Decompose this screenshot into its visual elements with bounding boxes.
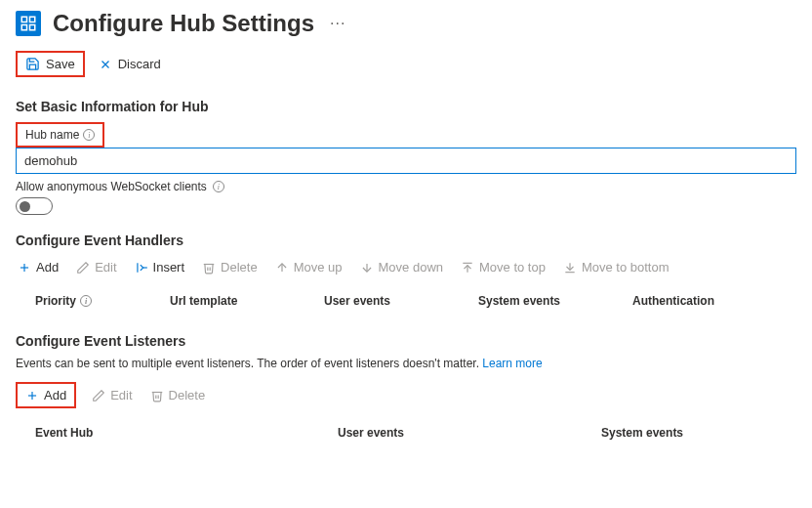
svg-rect-3 [30,25,35,30]
move-top-label: Move to top [479,260,546,275]
save-icon [25,57,40,71]
move-bottom-button: Move to bottom [561,258,671,276]
listeners-delete-button: Delete [148,386,208,404]
col-system: System events [478,294,625,308]
pencil-icon [92,389,105,402]
insert-button[interactable]: Insert [133,258,187,276]
svg-rect-0 [21,17,26,21]
listeners-table-header: Event Hub User events System events [16,420,796,449]
add-label: Add [36,260,59,275]
handlers-heading: Configure Event Handlers [16,233,796,248]
listeners-desc-text: Events can be sent to multiple event lis… [16,357,479,370]
insert-label: Insert [153,260,185,275]
hub-name-label: Hub name [25,128,79,142]
listeners-add-label: Add [44,388,66,402]
move-bottom-label: Move to bottom [582,260,670,275]
edit-label: Edit [95,260,116,275]
trash-icon [150,389,164,402]
listeners-delete-label: Delete [169,388,206,402]
delete-button: Delete [200,258,260,276]
discard-button[interactable]: Discard [93,53,167,75]
move-top-button: Move to top [459,258,548,276]
learn-more-link[interactable]: Learn more [482,357,542,370]
arrow-down-icon [360,261,374,275]
move-down-button: Move down [358,258,445,276]
arrow-top-icon [461,261,474,275]
add-button[interactable]: Add [16,258,61,276]
col-url: Url template [170,294,316,308]
plus-icon [25,389,39,402]
arrow-up-icon [275,261,289,275]
svg-rect-1 [30,17,35,21]
top-action-bar: Save Discard [16,51,796,77]
move-up-label: Move up [294,260,343,275]
discard-label: Discard [118,57,161,71]
handlers-toolbar: Add Edit Insert Delete Move up Move down… [16,258,796,276]
listeners-edit-button: Edit [90,386,134,404]
hub-name-input[interactable] [16,148,796,174]
basic-heading: Set Basic Information for Hub [16,99,796,114]
hub-name-label-box: Hub name i [16,122,104,148]
insert-icon [135,261,148,275]
listeners-toolbar: Add Edit Delete [16,382,796,408]
edit-button: Edit [74,258,118,276]
listeners-add-button[interactable]: Add [16,382,76,408]
anon-label: Allow anonymous WebSocket clients [16,180,207,193]
info-icon[interactable]: i [80,295,92,307]
move-up-button: Move up [273,258,345,276]
save-button[interactable]: Save [16,51,85,77]
col-priority: Priority [35,294,76,308]
col-user-events: User events [338,426,601,440]
col-auth: Authentication [632,294,750,308]
page-title: Configure Hub Settings [53,10,314,37]
col-system-events: System events [601,426,757,440]
pencil-icon [76,261,90,275]
more-icon[interactable]: ··· [326,15,345,32]
trash-icon [202,261,216,275]
plus-icon [18,261,31,275]
info-icon[interactable]: i [213,181,224,192]
move-down-label: Move down [379,260,443,275]
page-header: Configure Hub Settings ··· [16,10,796,37]
arrow-bottom-icon [563,261,577,275]
svg-rect-2 [21,25,26,30]
app-icon [16,11,41,36]
save-label: Save [46,57,75,71]
listeners-edit-label: Edit [110,388,132,402]
delete-label: Delete [221,260,258,275]
col-event-hub: Event Hub [16,426,338,440]
anon-toggle[interactable] [16,197,53,215]
handlers-table-header: Priority i Url template User events Syst… [16,288,796,318]
anon-label-row: Allow anonymous WebSocket clients i [16,180,796,193]
info-icon[interactable]: i [83,129,95,141]
col-user: User events [324,294,470,308]
close-icon [99,58,112,71]
listeners-description: Events can be sent to multiple event lis… [16,357,796,370]
listeners-heading: Configure Event Listeners [16,333,796,349]
